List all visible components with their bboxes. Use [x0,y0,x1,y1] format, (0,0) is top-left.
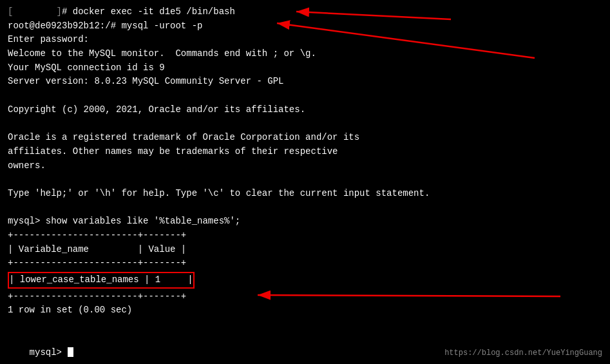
cursor [68,347,73,357]
blank3 [8,173,602,187]
blank4 [8,201,602,215]
prompt-text: mysql> [30,347,68,358]
line-server-ver: Server version: 8.0.23 MySQL Community S… [8,75,602,89]
blank1 [8,89,602,103]
line-oracle1: Oracle is a registered trademark of Orac… [8,131,602,145]
line-table-border3: +-----------------------+-------+ [8,290,602,304]
line-copyright: Copyright (c) 2000, 2021, Oracle and/or … [8,103,602,117]
line-table-header: | Variable_name | Value | [8,243,602,257]
terminal: [ ]# docker exec -it d1e5 /bin/bash root… [0,0,610,364]
line-table-border2: +-----------------------+-------+ [8,256,602,271]
line-connid: Your MySQL connection id is 9 [8,61,602,75]
line-oracle3: owners. [8,159,602,173]
line-oracle2: affiliates. Other names may be trademark… [8,145,602,159]
line-table-border1: +-----------------------+-------+ [8,229,602,243]
line-help: Type 'help;' or '\h' for help. Type '\c'… [8,187,602,201]
line-table-data: | lower_case_table_names | 1 | [9,273,193,287]
blank5 [8,318,602,332]
line-rowcount: 1 row in set (0.00 sec) [8,303,602,318]
blank2 [8,117,602,131]
line-mysql-login: root@de0923b92b12:/# mysql -uroot -p [8,19,602,34]
line-welcome: Welcome to the MySQL monitor. Commands e… [8,47,602,61]
watermark: https://blog.csdn.net/YueYingGuang [444,349,602,358]
table-data-row: | lower_case_table_names | 1 | [8,272,195,289]
line-enter-pw: Enter password: [8,33,602,47]
line-query: mysql> show variables like '%table_names… [8,215,602,229]
cmd-docker-text: # docker exec -it d1e5 /bin/bash [62,6,235,17]
line-final-prompt: mysql> [8,332,602,364]
line-docker: [ ]# docker exec -it d1e5 /bin/bash [8,5,602,19]
